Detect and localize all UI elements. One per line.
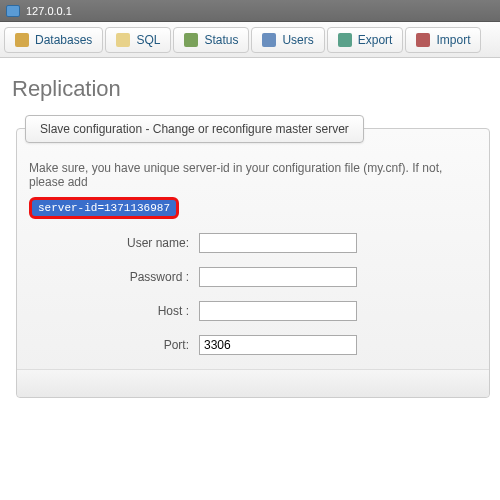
username-input[interactable] xyxy=(199,233,357,253)
tab-label: Users xyxy=(282,33,313,47)
server-id-highlight: server-id=1371136987 xyxy=(29,197,179,219)
username-label: User name: xyxy=(29,236,199,250)
host-label-field: Host : xyxy=(29,304,199,318)
config-note: Make sure, you have unique server-id in … xyxy=(29,161,477,189)
status-icon xyxy=(184,33,198,47)
import-icon xyxy=(416,33,430,47)
export-icon xyxy=(338,33,352,47)
tab-import[interactable]: Import xyxy=(405,27,481,53)
host-label: 127.0.0.1 xyxy=(26,5,72,17)
page-title: Replication xyxy=(12,76,490,102)
slave-config-panel: Slave configuration - Change or reconfig… xyxy=(16,128,490,398)
tab-export[interactable]: Export xyxy=(327,27,404,53)
row-password: Password : xyxy=(29,267,477,287)
tab-databases[interactable]: Databases xyxy=(4,27,103,53)
row-port: Port: xyxy=(29,335,477,355)
panel-footer xyxy=(17,369,489,397)
password-input[interactable] xyxy=(199,267,357,287)
row-host: Host : xyxy=(29,301,477,321)
content: Replication Slave configuration - Change… xyxy=(0,58,500,408)
password-label: Password : xyxy=(29,270,199,284)
topbar: 127.0.0.1 xyxy=(0,0,500,22)
tab-label: Export xyxy=(358,33,393,47)
tab-status[interactable]: Status xyxy=(173,27,249,53)
tab-label: SQL xyxy=(136,33,160,47)
users-icon xyxy=(262,33,276,47)
sql-icon xyxy=(116,33,130,47)
row-username: User name: xyxy=(29,233,477,253)
tab-label: Import xyxy=(436,33,470,47)
port-label: Port: xyxy=(29,338,199,352)
tab-label: Status xyxy=(204,33,238,47)
tab-label: Databases xyxy=(35,33,92,47)
tab-sql[interactable]: SQL xyxy=(105,27,171,53)
tab-users[interactable]: Users xyxy=(251,27,324,53)
toolbar: Databases SQL Status Users Export Import xyxy=(0,22,500,58)
panel-tab[interactable]: Slave configuration - Change or reconfig… xyxy=(25,115,364,143)
port-input[interactable] xyxy=(199,335,357,355)
database-icon xyxy=(15,33,29,47)
server-icon xyxy=(6,5,20,17)
host-input[interactable] xyxy=(199,301,357,321)
